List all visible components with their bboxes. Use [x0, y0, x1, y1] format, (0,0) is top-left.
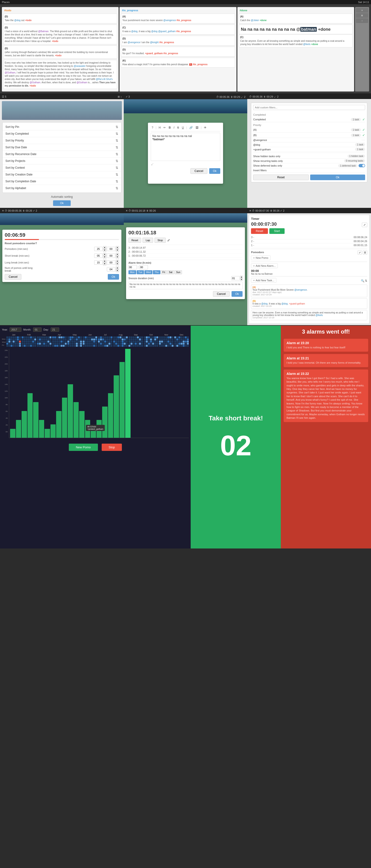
big-todo-item[interactable]: Na na na na na na na na na @batman +done — [239, 25, 353, 34]
cal-day[interactable] — [34, 336, 36, 338]
cal-day[interactable] — [93, 341, 95, 342]
cal-day[interactable] — [72, 341, 74, 342]
cal-day[interactable] — [65, 341, 67, 342]
cal-day[interactable] — [10, 345, 12, 347]
sort-priority[interactable]: Sort by Priority ⇅ — [3, 137, 121, 144]
cal-day[interactable] — [93, 336, 95, 338]
cal-day[interactable] — [139, 341, 141, 342]
cal-day[interactable] — [41, 336, 43, 338]
cal-day[interactable] — [122, 341, 123, 342]
cal-day[interactable] — [113, 345, 115, 347]
cal-day[interactable] — [61, 343, 62, 345]
list-item[interactable]: (D) Take the @dog out +todo — [3, 13, 117, 24]
cal-day[interactable] — [131, 341, 133, 342]
cal-day[interactable] — [43, 339, 45, 340]
cal-day[interactable] — [133, 339, 135, 340]
list-item[interactable]: (D) I am @vengence I am the @knight #in_… — [121, 36, 235, 45]
list-item[interactable]: (A) Your punishment must be more severe … — [121, 13, 235, 24]
cal-day[interactable] — [117, 345, 119, 347]
cal-day[interactable] — [19, 341, 21, 342]
cal-day[interactable] — [180, 343, 182, 345]
edit-cancel-button[interactable]: Cancel — [191, 168, 207, 174]
list-item[interactable]: (C) It was a @dog, it was a big @dog @gu… — [121, 25, 235, 34]
year-input[interactable] — [10, 328, 21, 332]
filter-reset-button[interactable]: Reset — [253, 175, 309, 180]
cal-day[interactable] — [39, 336, 41, 338]
cal-day[interactable] — [170, 336, 171, 338]
list-item[interactable]: (D) (after coming through Barbara's wind… — [3, 45, 117, 59]
cal-day[interactable] — [129, 341, 130, 342]
cal-day[interactable] — [15, 339, 17, 340]
cal-day[interactable] — [135, 339, 137, 340]
cal-day[interactable] — [89, 343, 91, 345]
chart-bar[interactable] — [102, 407, 108, 438]
cal-day[interactable] — [45, 341, 47, 342]
cal-day[interactable] — [176, 339, 178, 340]
cal-day[interactable] — [139, 345, 141, 347]
cal-day[interactable] — [43, 341, 45, 342]
cal-day[interactable] — [22, 336, 24, 338]
cal-day[interactable] — [170, 339, 171, 340]
cal-day[interactable] — [159, 341, 161, 342]
cal-day[interactable] — [154, 341, 156, 342]
day-mon[interactable]: Mon — [129, 270, 136, 274]
cal-day[interactable] — [43, 343, 45, 345]
cal-day[interactable] — [45, 343, 47, 345]
cal-day[interactable] — [63, 339, 64, 340]
cal-day[interactable] — [41, 343, 43, 345]
cal-day[interactable] — [74, 343, 76, 345]
cal-day[interactable] — [133, 341, 135, 342]
cal-day[interactable] — [144, 339, 146, 340]
cal-day[interactable] — [150, 345, 152, 347]
cal-day[interactable] — [161, 341, 163, 342]
cal-day[interactable] — [91, 341, 93, 342]
list-item[interactable]: (K) How about a magic trick? I'm gonna m… — [121, 58, 235, 68]
cal-day[interactable] — [19, 336, 21, 338]
cal-day[interactable] — [89, 341, 91, 342]
cal-day[interactable] — [109, 343, 110, 345]
cal-day[interactable] — [76, 345, 78, 347]
cal-day[interactable] — [85, 345, 87, 347]
cal-day[interactable] — [30, 341, 32, 342]
cal-day[interactable] — [129, 345, 130, 347]
rt-expand-button[interactable]: ⤢ — [362, 223, 367, 227]
cal-day[interactable] — [176, 336, 178, 338]
long-break-spinbox[interactable]: ▲▼ ▲▼ — [94, 260, 119, 265]
chart-bar[interactable] — [96, 420, 102, 438]
chart-bar[interactable] — [119, 362, 125, 438]
cal-day[interactable] — [10, 343, 12, 345]
cal-day[interactable] — [111, 345, 112, 347]
cal-day[interactable] — [89, 336, 91, 338]
cal-day[interactable] — [124, 341, 125, 342]
cal-day[interactable] — [115, 336, 117, 338]
cal-day[interactable] — [19, 339, 21, 340]
cal-day[interactable] — [176, 343, 178, 345]
pomo-min-down[interactable]: ▼ — [103, 249, 106, 252]
cal-day[interactable] — [156, 343, 158, 345]
cal-day[interactable] — [148, 341, 150, 342]
cal-day[interactable] — [146, 341, 148, 342]
cal-day[interactable] — [41, 345, 43, 347]
chart-bar[interactable] — [114, 375, 119, 438]
cal-day[interactable] — [104, 341, 106, 342]
sidebar-btn-1[interactable]: ≡ — [356, 8, 368, 13]
cal-day[interactable] — [167, 336, 169, 338]
chart-bar[interactable] — [62, 398, 67, 438]
cal-day[interactable] — [172, 339, 173, 340]
cal-day[interactable] — [19, 345, 21, 347]
toolbar-italic[interactable]: I — [173, 125, 175, 130]
cal-day[interactable] — [65, 336, 67, 338]
cal-day[interactable] — [154, 336, 156, 338]
cal-day[interactable] — [139, 343, 141, 345]
cal-day[interactable] — [119, 336, 121, 338]
cal-day[interactable] — [48, 341, 49, 342]
cal-day[interactable] — [34, 343, 36, 345]
cal-day[interactable] — [159, 343, 161, 345]
cal-day[interactable] — [52, 343, 54, 345]
cal-day[interactable] — [163, 345, 165, 347]
cal-day[interactable] — [170, 345, 171, 347]
cal-day[interactable] — [137, 343, 139, 345]
cal-day[interactable] — [61, 339, 62, 340]
cal-day[interactable] — [83, 336, 85, 338]
cal-day[interactable] — [15, 343, 17, 345]
